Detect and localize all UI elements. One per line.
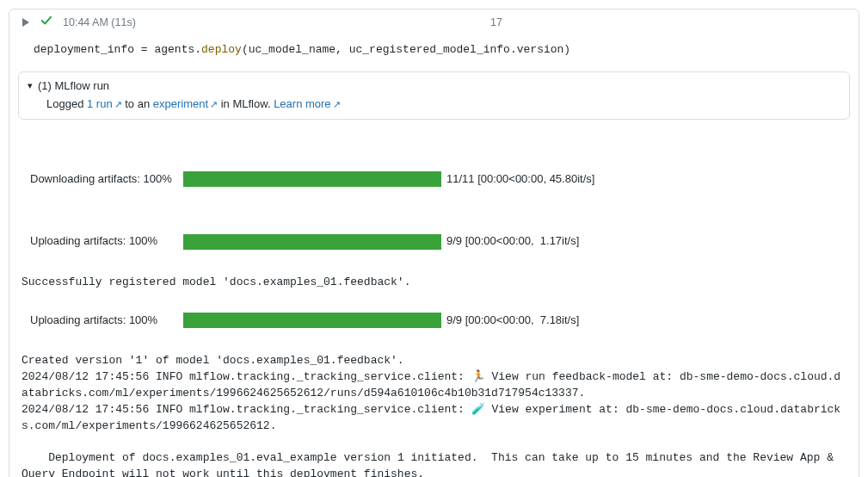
external-link-icon: ↗ — [114, 99, 122, 109]
chevron-down-icon: ▾ — [28, 80, 33, 91]
cell-header: 10:44 AM (11s) 17 — [9, 9, 859, 34]
output-line: 2024/08/12 17:45:56 INFO mlflow.tracking… — [22, 403, 840, 432]
progress-row: Uploading artifacts: 100% 9/9 [00:00<00:… — [22, 307, 846, 338]
code-input[interactable]: deployment_info = agents.deploy(uc_model… — [9, 34, 859, 71]
external-link-icon: ↗ — [333, 99, 341, 109]
progress-label: Uploading artifacts: 100% — [30, 313, 178, 329]
run-timestamp: 10:44 AM (11s) — [63, 16, 136, 28]
progress-bar — [183, 313, 441, 328]
output-line: Created version '1' of model 'docs.examp… — [22, 354, 404, 367]
output-line: Successfully registered model 'docs.exam… — [22, 276, 410, 288]
progress-stats: 9/9 [00:00<00:00, 1.17it/s] — [446, 233, 579, 250]
progress-bar — [183, 234, 441, 250]
mlflow-subtext: Logged 1 run↗ to an experiment↗ in MLflo… — [28, 92, 840, 110]
progress-stats: 9/9 [00:00<00:00, 7.18it/s] — [446, 313, 579, 329]
output-line: 2024/08/12 17:45:56 INFO mlflow.tracking… — [22, 370, 840, 400]
progress-row: Downloading artifacts: 100% 11/11 [00:00… — [22, 166, 846, 196]
mlflow-learn-more-link[interactable]: Learn more↗ — [274, 97, 340, 110]
external-link-icon: ↗ — [210, 99, 218, 109]
check-icon — [40, 15, 52, 29]
mlflow-toggle[interactable]: ▾ (1) MLflow run — [28, 79, 840, 92]
output-line: Deployment of docs.examples_01.eval_exam… — [22, 451, 840, 477]
cell-output: Downloading artifacts: 100% 11/11 [00:00… — [9, 125, 859, 477]
mlflow-experiment-link[interactable]: experiment↗ — [153, 97, 218, 110]
progress-bar — [183, 171, 441, 187]
mlflow-run-panel: ▾ (1) MLflow run Logged 1 run↗ to an exp… — [18, 71, 850, 120]
progress-label: Downloading artifacts: 100% — [30, 171, 178, 188]
progress-row: Uploading artifacts: 100% 9/9 [00:00<00:… — [22, 228, 846, 258]
mlflow-run-link[interactable]: 1 run↗ — [87, 97, 122, 110]
execution-count: 17 — [490, 16, 502, 28]
notebook-cell: 10:44 AM (11s) 17 deployment_info = agen… — [9, 9, 859, 477]
mlflow-title: (1) MLflow run — [38, 79, 109, 92]
svg-marker-0 — [22, 18, 29, 27]
run-icon[interactable] — [22, 18, 30, 27]
progress-stats: 11/11 [00:00<00:00, 45.80it/s] — [446, 171, 594, 188]
progress-label: Uploading artifacts: 100% — [30, 233, 178, 250]
